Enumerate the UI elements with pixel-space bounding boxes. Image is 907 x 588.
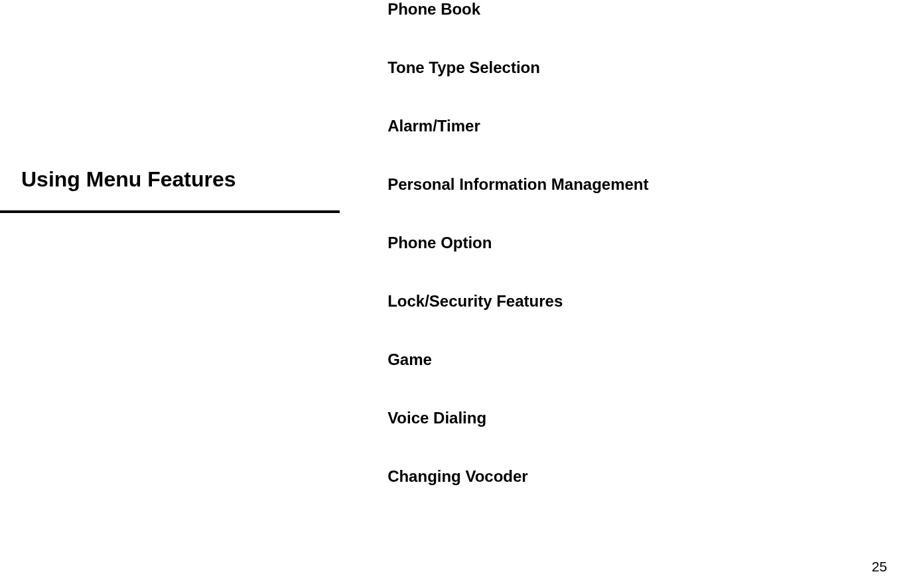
menu-item-phone-option: Phone Option (387, 234, 907, 252)
menu-item-game: Game (387, 350, 907, 369)
menu-item-personal-information-management: Personal Information Management (387, 175, 907, 194)
right-column: Phone Book Tone Type Selection Alarm/Tim… (381, 0, 907, 588)
menu-item-lock-security-features: Lock/Security Features (387, 292, 907, 311)
left-column: Using Menu Features (0, 0, 381, 588)
section-divider (0, 210, 340, 213)
menu-item-phone-book: Phone Book (387, 0, 907, 19)
page-container: Using Menu Features Phone Book Tone Type… (0, 0, 907, 588)
page-number: 25 (872, 559, 887, 575)
menu-item-voice-dialing: Voice Dialing (387, 409, 907, 427)
section-title: Using Menu Features (21, 167, 381, 192)
menu-item-tone-type-selection: Tone Type Selection (387, 58, 907, 77)
menu-item-changing-vocoder: Changing Vocoder (387, 467, 907, 486)
menu-item-alarm-timer: Alarm/Timer (387, 117, 907, 135)
